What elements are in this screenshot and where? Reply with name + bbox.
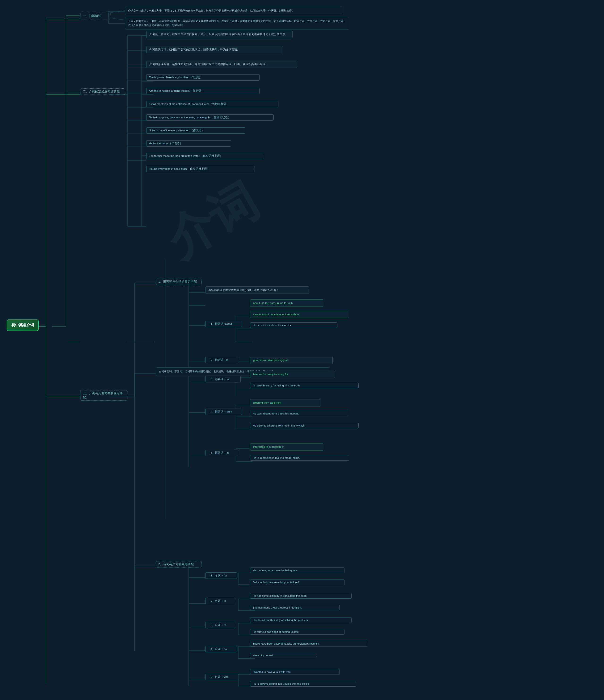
adj3-label: （3）形容词 + for [205,376,241,382]
adj-intro: 有些形容词后面要求用固定的介词，这类介词常见的有： [205,286,309,294]
noun5-label: （5）名词 + with [205,674,238,680]
root-node: 初中英语介词 [7,320,39,331]
s2-ex2: A friend in need is a friend indeed.（作定语… [146,88,260,94]
noun3-label: （3）名词 + of [205,622,236,628]
noun5-ex2: He is always getting into trouble with t… [250,681,356,686]
s1-desc2: 介词又称前置词，一般位于名词或代词的前面，表示该词与句子其他成分的关系。在学习介… [125,17,349,29]
noun-section-label: 2、名词与介词的固定搭配 [156,561,202,568]
noun1-ex2: Did you find the cause for your failure? [250,579,344,585]
adj1-ex: He is careless about his clothes [250,322,337,328]
noun2-ex1: He has some difficulty in translating th… [250,593,352,599]
svg-line-6 [108,18,125,20]
adj-list: about, at, for, from, in, of, to, with [250,299,323,307]
s2-ex7: The farmer made the king out of the wate… [146,153,264,159]
adj1-words: careful about hopeful about sure about [250,311,349,318]
s2-desc1: 介词是一种虚词，在句中单独作任何句子成分，只表示其后的名词或相当于名词的词语与其… [146,31,293,38]
noun4-ex2: Have pity on me! [250,653,316,658]
adj5-ex: He is interested in making model ships. [250,455,349,461]
adj-section-label: 1、形容词与介词的固定搭配 [156,279,202,285]
adj4-ex2: My sister is different from me in many w… [250,423,359,428]
noun1-label: （1）名词 + for [205,572,237,579]
adj3-ex: I'm terrible sorry for telling him the t… [250,383,359,388]
root-label: 初中英语介词 [11,323,34,327]
noun1-ex1: He made up an excuse for being late. [250,568,344,573]
adj3-words: famous for ready for sorry for [250,371,335,378]
s2-ex3: I shall meet you at the entrance of Qian… [146,101,279,107]
s1-desc1: 介词是一种虚词，一般在句子中不重读，也不能单独充当句子成分，但与它的介词宾语一起… [125,7,342,15]
s2-desc3: 介词和介词宾语一起构成介词短语。介词短语在句中主要用作定语、状语、表语和宾语补足… [146,60,297,68]
noun2-ex2: She has made great progress in English. [250,605,340,610]
s2-header: 二、介词的定义及句法功能 [80,89,125,95]
noun4-ex1: There have been several attacks on forei… [250,641,368,647]
noun2-label: （2）名词 + in [205,598,236,604]
noun5-ex1: I wanted to have a talk with you [250,669,340,675]
s2-ex8: I found everything in good order（作宾语补足语） [146,166,255,172]
s2-ex5: I'll be in the office every afternoon.（作… [146,127,245,134]
s2-ex6: He isn't at home（作表语） [146,140,231,147]
s2-ex1: The boy over there is my brother.（作定语） [146,74,260,81]
noun3-ex1: She found another way of solving the pro… [250,617,352,623]
s3-header: 三、介词与其他词类的固定搭配。 [80,390,127,401]
adj4-label: （4）形容词 + from [205,408,242,415]
s2-desc2: 介词后的名词，或相当于名词的其他词组，短语或从句，称为介词宾语。 [146,46,283,53]
adj4-ex1: He was absent from class this morning [250,411,349,416]
adj5-words: interested in successful in [250,443,323,451]
s1-header: 一、知识概述 [80,13,111,19]
svg-line-5 [108,10,125,13]
adj2-words: good at surprised at angry at [250,357,333,364]
adj5-label: （5）形容词 + in [205,450,238,456]
noun3-ex2: He forms a bad habit of getting up late [250,629,344,635]
adj1-label: （1）形容词+about [205,321,242,327]
adj4-words: different from safe from [250,399,321,406]
noun4-label: （4）名词 + on [205,646,237,652]
adj2-label: （2）形容词 +at [205,357,238,363]
s2-ex4: To their surprise, they saw not locusts,… [146,114,274,121]
